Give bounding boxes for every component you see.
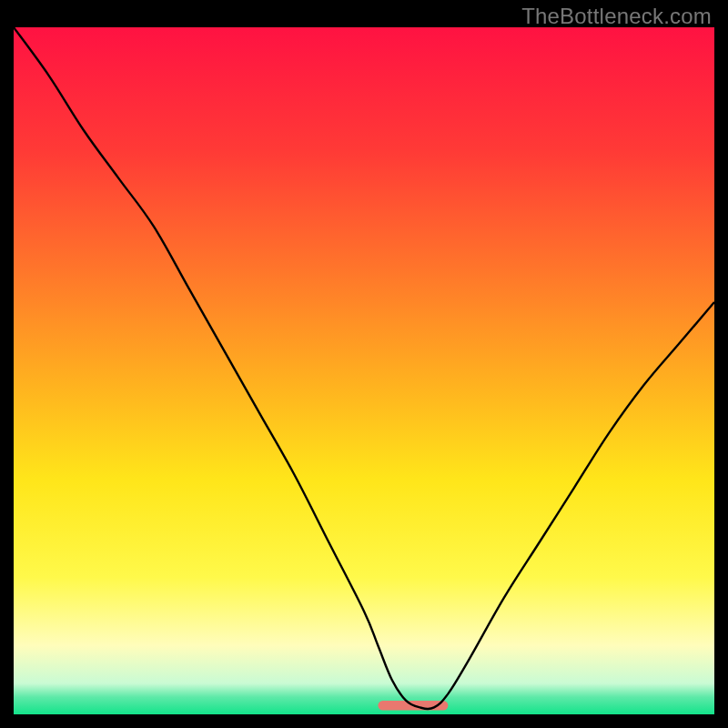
plot-area: [14, 27, 714, 714]
bottleneck-chart: [14, 27, 714, 714]
chart-frame: TheBottleneck.com: [0, 0, 728, 728]
watermark-text: TheBottleneck.com: [521, 4, 712, 29]
